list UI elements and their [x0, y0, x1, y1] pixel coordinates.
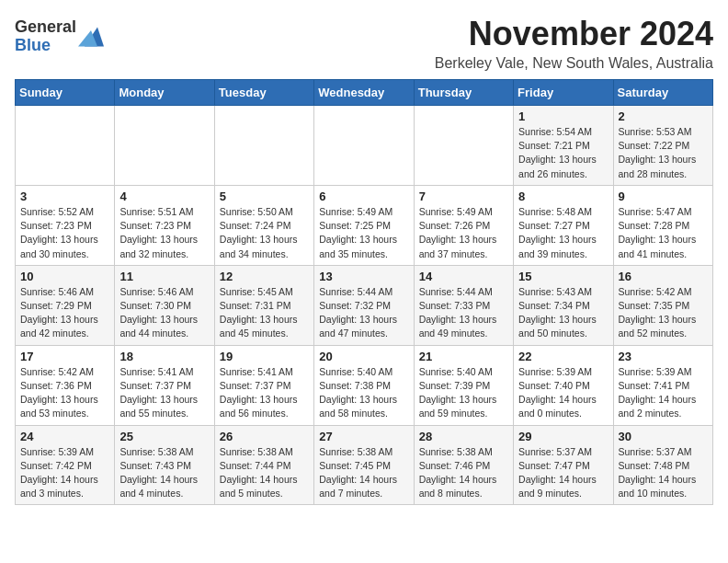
- day-info: Sunrise: 5:38 AM Sunset: 7:46 PM Dayligh…: [419, 445, 508, 501]
- calendar-cell: [16, 106, 115, 186]
- column-header-tuesday: Tuesday: [214, 80, 313, 106]
- calendar-cell: 18Sunrise: 5:41 AM Sunset: 7:37 PM Dayli…: [115, 345, 214, 425]
- day-info: Sunrise: 5:38 AM Sunset: 7:43 PM Dayligh…: [119, 445, 209, 501]
- day-info: Sunrise: 5:52 AM Sunset: 7:23 PM Dayligh…: [20, 205, 109, 261]
- logo-blue: Blue: [15, 36, 51, 54]
- day-info: Sunrise: 5:51 AM Sunset: 7:23 PM Dayligh…: [119, 205, 209, 261]
- calendar-cell: 9Sunrise: 5:47 AM Sunset: 7:28 PM Daylig…: [613, 185, 712, 265]
- day-number: 13: [319, 270, 408, 283]
- day-number: 30: [619, 430, 708, 443]
- title-area: November 2024 Berkeley Vale, New South W…: [435, 15, 713, 72]
- day-number: 3: [20, 190, 109, 203]
- day-number: 12: [220, 270, 309, 283]
- day-info: Sunrise: 5:39 AM Sunset: 7:40 PM Dayligh…: [518, 365, 608, 421]
- day-info: Sunrise: 5:54 AM Sunset: 7:21 PM Dayligh…: [518, 125, 608, 181]
- calendar-cell: 8Sunrise: 5:48 AM Sunset: 7:27 PM Daylig…: [514, 185, 613, 265]
- day-number: 14: [419, 270, 508, 283]
- calendar-cell: [214, 106, 313, 186]
- day-info: Sunrise: 5:42 AM Sunset: 7:35 PM Dayligh…: [619, 285, 708, 341]
- day-info: Sunrise: 5:43 AM Sunset: 7:34 PM Dayligh…: [518, 285, 608, 341]
- calendar-cell: 6Sunrise: 5:49 AM Sunset: 7:25 PM Daylig…: [314, 185, 414, 265]
- column-header-saturday: Saturday: [613, 80, 712, 106]
- calendar-cell: 29Sunrise: 5:37 AM Sunset: 7:47 PM Dayli…: [514, 425, 613, 505]
- day-info: Sunrise: 5:40 AM Sunset: 7:39 PM Dayligh…: [419, 365, 508, 421]
- logo-icon: [78, 24, 104, 50]
- calendar-cell: [414, 106, 513, 186]
- column-header-thursday: Thursday: [414, 80, 513, 106]
- calendar-cell: 5Sunrise: 5:50 AM Sunset: 7:24 PM Daylig…: [214, 185, 313, 265]
- calendar-cell: 4Sunrise: 5:51 AM Sunset: 7:23 PM Daylig…: [115, 185, 214, 265]
- day-info: Sunrise: 5:46 AM Sunset: 7:30 PM Dayligh…: [119, 285, 209, 341]
- calendar-cell: 3Sunrise: 5:52 AM Sunset: 7:23 PM Daylig…: [16, 185, 115, 265]
- logo: General Blue: [15, 18, 104, 55]
- day-number: 8: [518, 190, 608, 203]
- day-number: 20: [319, 350, 408, 363]
- calendar-week-5: 24Sunrise: 5:39 AM Sunset: 7:42 PM Dayli…: [16, 425, 713, 505]
- day-number: 5: [220, 190, 309, 203]
- calendar-cell: 7Sunrise: 5:49 AM Sunset: 7:26 PM Daylig…: [414, 185, 513, 265]
- calendar-cell: 1Sunrise: 5:54 AM Sunset: 7:21 PM Daylig…: [514, 106, 613, 186]
- calendar-cell: 26Sunrise: 5:38 AM Sunset: 7:44 PM Dayli…: [214, 425, 313, 505]
- column-header-friday: Friday: [514, 80, 613, 106]
- calendar-cell: 12Sunrise: 5:45 AM Sunset: 7:31 PM Dayli…: [214, 265, 313, 345]
- day-number: 10: [20, 270, 109, 283]
- day-info: Sunrise: 5:47 AM Sunset: 7:28 PM Dayligh…: [619, 205, 708, 261]
- day-info: Sunrise: 5:53 AM Sunset: 7:22 PM Dayligh…: [619, 125, 708, 181]
- day-number: 24: [20, 430, 109, 443]
- day-number: 26: [220, 430, 309, 443]
- calendar: SundayMondayTuesdayWednesdayThursdayFrid…: [15, 79, 713, 505]
- day-number: 7: [419, 190, 508, 203]
- day-info: Sunrise: 5:49 AM Sunset: 7:25 PM Dayligh…: [319, 205, 408, 261]
- calendar-cell: 14Sunrise: 5:44 AM Sunset: 7:33 PM Dayli…: [414, 265, 513, 345]
- day-number: 18: [119, 350, 209, 363]
- calendar-cell: [314, 106, 414, 186]
- calendar-cell: 13Sunrise: 5:44 AM Sunset: 7:32 PM Dayli…: [314, 265, 414, 345]
- day-info: Sunrise: 5:42 AM Sunset: 7:36 PM Dayligh…: [20, 365, 109, 421]
- calendar-cell: 24Sunrise: 5:39 AM Sunset: 7:42 PM Dayli…: [16, 425, 115, 505]
- day-number: 21: [419, 350, 508, 363]
- day-info: Sunrise: 5:45 AM Sunset: 7:31 PM Dayligh…: [220, 285, 309, 341]
- calendar-cell: 30Sunrise: 5:37 AM Sunset: 7:48 PM Dayli…: [613, 425, 712, 505]
- day-info: Sunrise: 5:37 AM Sunset: 7:47 PM Dayligh…: [518, 445, 608, 501]
- calendar-cell: 11Sunrise: 5:46 AM Sunset: 7:30 PM Dayli…: [115, 265, 214, 345]
- day-number: 9: [619, 190, 708, 203]
- day-number: 4: [119, 190, 209, 203]
- day-info: Sunrise: 5:37 AM Sunset: 7:48 PM Dayligh…: [619, 445, 708, 501]
- day-info: Sunrise: 5:41 AM Sunset: 7:37 PM Dayligh…: [119, 365, 209, 421]
- calendar-cell: 15Sunrise: 5:43 AM Sunset: 7:34 PM Dayli…: [514, 265, 613, 345]
- calendar-cell: 25Sunrise: 5:38 AM Sunset: 7:43 PM Dayli…: [115, 425, 214, 505]
- calendar-cell: 19Sunrise: 5:41 AM Sunset: 7:37 PM Dayli…: [214, 345, 313, 425]
- day-number: 29: [518, 430, 608, 443]
- calendar-cell: 2Sunrise: 5:53 AM Sunset: 7:22 PM Daylig…: [613, 106, 712, 186]
- day-number: 28: [419, 430, 508, 443]
- day-number: 19: [220, 350, 309, 363]
- day-number: 11: [119, 270, 209, 283]
- calendar-cell: 21Sunrise: 5:40 AM Sunset: 7:39 PM Dayli…: [414, 345, 513, 425]
- day-number: 17: [20, 350, 109, 363]
- calendar-cell: 20Sunrise: 5:40 AM Sunset: 7:38 PM Dayli…: [314, 345, 414, 425]
- calendar-cell: 27Sunrise: 5:38 AM Sunset: 7:45 PM Dayli…: [314, 425, 414, 505]
- day-info: Sunrise: 5:49 AM Sunset: 7:26 PM Dayligh…: [419, 205, 508, 261]
- header: General Blue November 2024 Berkeley Vale…: [15, 15, 713, 72]
- calendar-cell: 16Sunrise: 5:42 AM Sunset: 7:35 PM Dayli…: [613, 265, 712, 345]
- day-number: 1: [518, 109, 608, 123]
- day-info: Sunrise: 5:44 AM Sunset: 7:32 PM Dayligh…: [319, 285, 408, 341]
- day-info: Sunrise: 5:40 AM Sunset: 7:38 PM Dayligh…: [319, 365, 408, 421]
- day-info: Sunrise: 5:50 AM Sunset: 7:24 PM Dayligh…: [220, 205, 309, 261]
- calendar-week-1: 1Sunrise: 5:54 AM Sunset: 7:21 PM Daylig…: [16, 106, 713, 186]
- calendar-week-3: 10Sunrise: 5:46 AM Sunset: 7:29 PM Dayli…: [16, 265, 713, 345]
- calendar-week-2: 3Sunrise: 5:52 AM Sunset: 7:23 PM Daylig…: [16, 185, 713, 265]
- day-number: 16: [619, 270, 708, 283]
- day-info: Sunrise: 5:41 AM Sunset: 7:37 PM Dayligh…: [220, 365, 309, 421]
- day-info: Sunrise: 5:44 AM Sunset: 7:33 PM Dayligh…: [419, 285, 508, 341]
- day-info: Sunrise: 5:48 AM Sunset: 7:27 PM Dayligh…: [518, 205, 608, 261]
- calendar-week-4: 17Sunrise: 5:42 AM Sunset: 7:36 PM Dayli…: [16, 345, 713, 425]
- month-title: November 2024: [435, 15, 713, 53]
- day-number: 25: [119, 430, 209, 443]
- day-number: 15: [518, 270, 608, 283]
- column-header-monday: Monday: [115, 80, 214, 106]
- calendar-cell: 28Sunrise: 5:38 AM Sunset: 7:46 PM Dayli…: [414, 425, 513, 505]
- day-info: Sunrise: 5:38 AM Sunset: 7:45 PM Dayligh…: [319, 445, 408, 501]
- calendar-cell: 10Sunrise: 5:46 AM Sunset: 7:29 PM Dayli…: [16, 265, 115, 345]
- column-header-wednesday: Wednesday: [314, 80, 414, 106]
